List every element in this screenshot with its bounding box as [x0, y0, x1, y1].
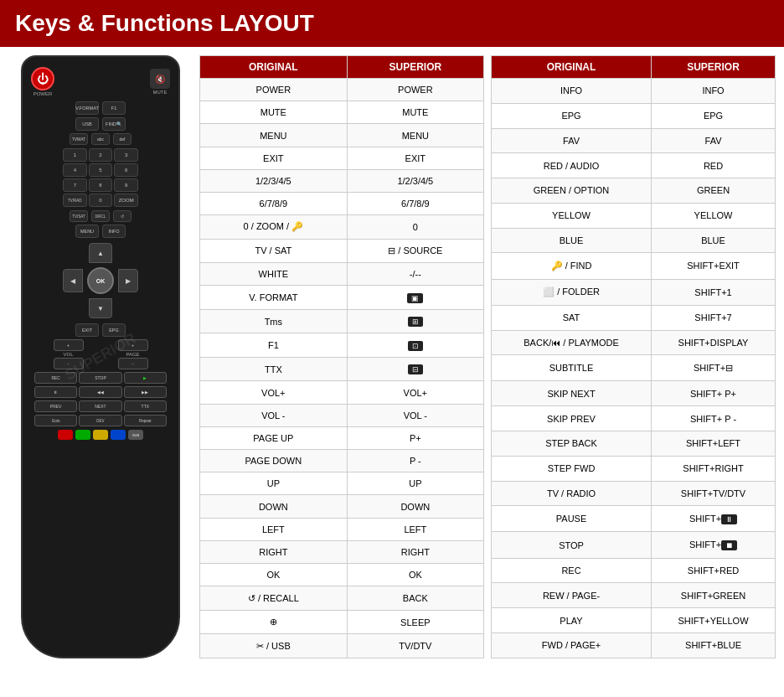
- power-button[interactable]: [31, 67, 54, 90]
- rec-key[interactable]: REC: [34, 372, 77, 384]
- green-button[interactable]: [75, 430, 90, 440]
- original-cell: PLAY: [492, 608, 652, 633]
- table-row: UPUP: [200, 472, 484, 495]
- superior-cell: MUTE: [347, 101, 483, 124]
- key-2[interactable]: 2: [89, 148, 113, 162]
- goto-dev-row: Goto DEV Repeat: [34, 415, 167, 426]
- superior-cell: SHIFT+EXIT: [652, 253, 776, 279]
- superior-cell: DOWN: [347, 495, 483, 518]
- ok-button[interactable]: OK: [87, 267, 114, 294]
- ff-key[interactable]: ▶▶: [124, 386, 167, 398]
- superior-cell: UP: [347, 472, 483, 495]
- original-cell: STEP BACK: [492, 431, 652, 456]
- pause-key[interactable]: ⏸: [34, 386, 77, 398]
- original-cell: RED / AUDIO: [492, 153, 652, 178]
- superior-cell: INFO: [652, 79, 776, 104]
- tv-sat-key[interactable]: TV/SAT: [70, 210, 88, 222]
- key-8[interactable]: 8: [89, 178, 113, 192]
- repeat-key[interactable]: Repeat: [124, 415, 167, 426]
- table-row: MENUMENU: [200, 124, 484, 147]
- next-key[interactable]: NEXT: [79, 400, 121, 412]
- key-3[interactable]: 3: [114, 148, 138, 162]
- epg-key[interactable]: EPG: [102, 323, 126, 337]
- table-row: BACK/⏮ / PLAYMODESHIFT+DISPLAY: [492, 330, 776, 355]
- dpad-left[interactable]: ◀: [63, 269, 83, 292]
- original-cell: 1/2/3/4/5: [200, 169, 348, 192]
- key-4[interactable]: 4: [63, 163, 87, 177]
- exit-key[interactable]: EXIT: [75, 323, 99, 337]
- key-1[interactable]: 1: [63, 148, 87, 162]
- key-0[interactable]: 0: [89, 194, 113, 207]
- original-cell: PAGE UP: [200, 426, 348, 449]
- superior-cell: SHIFT+⊟: [652, 355, 776, 381]
- menu-key[interactable]: MENU: [75, 225, 99, 238]
- original-cell: 🔑 / FIND: [492, 253, 652, 279]
- fb-key[interactable]: ◀◀: [79, 386, 121, 398]
- exit-epg-row: EXIT EPG: [31, 323, 170, 337]
- original-cell: Tms: [200, 309, 348, 333]
- remote-control: SUPERIOR POWER MUTE V.FORMAT F1 U: [21, 55, 180, 658]
- play-key[interactable]: ▶: [124, 372, 167, 384]
- superior-cell: ⊟ / SOURCE: [347, 239, 483, 263]
- key-tvradio[interactable]: TV/RAD: [63, 194, 87, 207]
- def-key[interactable]: def: [113, 133, 132, 145]
- abc-key[interactable]: abc: [91, 133, 110, 145]
- table-row: WHITE-/--: [200, 263, 484, 286]
- original-cell: BLUE: [492, 228, 652, 253]
- subtitle-button[interactable]: SUB: [128, 430, 143, 440]
- yellow-button[interactable]: [93, 430, 108, 440]
- key-7[interactable]: 7: [63, 178, 87, 192]
- mute-button[interactable]: [150, 69, 170, 89]
- original-cell: POWER: [200, 79, 348, 101]
- table-row: FAVFAV: [492, 128, 776, 153]
- page-minus[interactable]: -: [118, 358, 148, 369]
- key-zoom[interactable]: ZOOM: [114, 194, 138, 207]
- stop-key[interactable]: STOP: [79, 372, 121, 384]
- ttx-key[interactable]: TTX: [124, 400, 167, 412]
- dpad-up[interactable]: ▲: [89, 243, 112, 263]
- original-cell: SAT: [492, 305, 652, 330]
- original-cell: RIGHT: [200, 540, 348, 563]
- vformat-key[interactable]: V.FORMAT: [75, 101, 99, 115]
- info-key[interactable]: INFO: [102, 225, 126, 238]
- left-superior-header: SUPERIOR: [347, 56, 483, 79]
- table-row: RED / AUDIORED: [492, 153, 776, 178]
- table-row: 0 / ZOOM / 🔑0: [200, 215, 484, 240]
- original-cell: REW / PAGE-: [492, 583, 652, 608]
- original-cell: FAV: [492, 128, 652, 153]
- superior-cell: ⊞: [347, 309, 483, 333]
- remote-area: SUPERIOR POWER MUTE V.FORMAT F1 U: [8, 55, 193, 658]
- prev-key[interactable]: PREV: [34, 400, 77, 412]
- vol-minus[interactable]: -: [54, 358, 84, 369]
- find-key[interactable]: FIND🔍: [102, 117, 126, 131]
- power-label: POWER: [34, 91, 53, 96]
- table-row: DOWNDOWN: [200, 495, 484, 518]
- dpad-right[interactable]: ▶: [118, 269, 138, 292]
- original-cell: INFO: [492, 79, 652, 104]
- original-cell: F1: [200, 333, 348, 358]
- dpad-down[interactable]: ▼: [89, 298, 112, 318]
- dev-key[interactable]: DEV: [79, 415, 121, 426]
- original-cell: SUBTITLE: [492, 355, 652, 381]
- table-row: 6/7/8/96/7/8/9: [200, 193, 484, 215]
- original-cell: YELLOW: [492, 203, 652, 228]
- original-cell: MUTE: [200, 101, 348, 124]
- key-9[interactable]: 9: [114, 178, 138, 192]
- usb-find-row: USB FIND🔍: [31, 117, 170, 131]
- superior-cell: SHIFT+TV/DTV: [652, 481, 776, 506]
- key-6[interactable]: 6: [114, 163, 138, 177]
- goto-key[interactable]: Goto: [34, 415, 77, 426]
- tvmat-key[interactable]: TVMAT: [70, 133, 88, 145]
- right-superior-header: SUPERIOR: [652, 56, 776, 79]
- rotate-key[interactable]: ↺: [113, 210, 132, 222]
- pause-fb-ff-row: ⏸ ◀◀ ▶▶: [34, 386, 167, 398]
- key-5[interactable]: 5: [89, 163, 113, 177]
- usb-key[interactable]: USB: [75, 117, 99, 131]
- blue-button[interactable]: [111, 430, 126, 440]
- f1-key[interactable]: F1: [102, 101, 126, 115]
- page-plus[interactable]: +: [118, 339, 148, 351]
- red-button[interactable]: [58, 430, 73, 440]
- vol-plus[interactable]: +: [54, 339, 84, 351]
- prev-next-row: PREV NEXT TTX: [34, 400, 167, 412]
- recall-key[interactable]: 0/RCL: [91, 210, 110, 222]
